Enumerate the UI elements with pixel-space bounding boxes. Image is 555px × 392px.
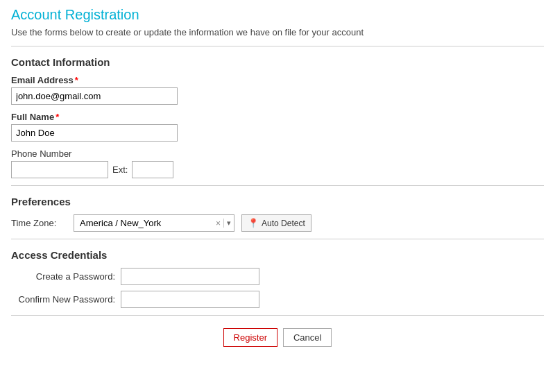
- phone-field-group: Phone Number Ext:: [11, 148, 544, 178]
- timezone-select-wrapper[interactable]: America / New_York America / Chicago Ame…: [74, 214, 234, 232]
- page-subtitle: Use the forms below to create or update …: [11, 27, 544, 37]
- timezone-label: Time Zone:: [11, 218, 67, 228]
- divider-credentials: [11, 239, 544, 239]
- auto-detect-label: Auto Detect: [262, 219, 305, 228]
- confirm-password-row: Confirm New Password:: [11, 291, 544, 308]
- phone-input[interactable]: [11, 161, 108, 178]
- timezone-arrow-icon[interactable]: ▾: [223, 219, 234, 228]
- button-row: Register Cancel: [11, 328, 544, 347]
- name-label: Full Name*: [11, 112, 544, 122]
- divider-preferences: [11, 185, 544, 186]
- name-input[interactable]: [11, 124, 178, 142]
- preferences-section-title: Preferences: [11, 196, 544, 207]
- phone-row: Ext:: [11, 161, 544, 178]
- name-field-group: Full Name*: [11, 112, 544, 142]
- ext-label: Ext:: [112, 164, 128, 175]
- confirm-password-input[interactable]: [121, 291, 259, 308]
- cancel-button[interactable]: Cancel: [283, 328, 332, 347]
- timezone-row: Time Zone: America / New_York America / …: [11, 214, 544, 232]
- credentials-section-title: Access Credentials: [11, 249, 544, 261]
- email-input[interactable]: [11, 87, 178, 105]
- pin-icon: 📍: [248, 218, 259, 228]
- confirm-password-label: Confirm New Password:: [11, 294, 115, 305]
- divider-bottom: [11, 315, 544, 316]
- timezone-select[interactable]: America / New_York America / Chicago Ame…: [74, 215, 213, 231]
- ext-input[interactable]: [132, 161, 173, 178]
- contact-section-title: Contact Information: [11, 56, 544, 68]
- auto-detect-button[interactable]: 📍 Auto Detect: [241, 214, 311, 232]
- email-required-star: *: [75, 75, 78, 85]
- password-row: Create a Password:: [11, 268, 544, 285]
- password-input[interactable]: [121, 268, 259, 285]
- divider-top: [11, 46, 544, 46]
- password-label: Create a Password:: [11, 271, 115, 282]
- name-required-star: *: [56, 112, 59, 122]
- phone-label: Phone Number: [11, 148, 544, 159]
- register-button[interactable]: Register: [223, 328, 278, 347]
- email-label: Email Address*: [11, 75, 544, 85]
- timezone-clear-icon[interactable]: ×: [213, 219, 223, 228]
- email-field-group: Email Address*: [11, 75, 544, 105]
- page-title: Account Registration: [11, 7, 544, 23]
